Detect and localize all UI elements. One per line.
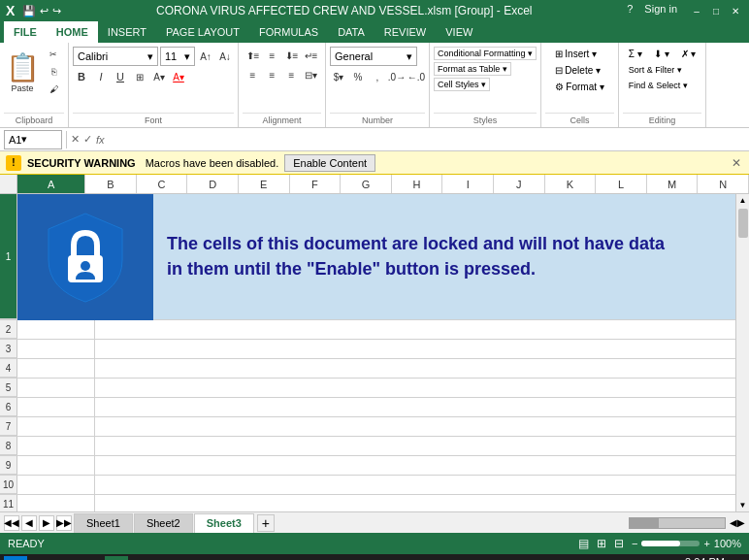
col-header-f[interactable]: F	[290, 175, 342, 193]
col-header-a[interactable]: A	[17, 175, 85, 193]
h-scroll-right[interactable]: ▶	[737, 517, 745, 528]
taskview-icon[interactable]: ⊟	[54, 556, 78, 560]
tab-page-layout[interactable]: PAGE LAYOUT	[156, 21, 249, 43]
view-pagebreak-icon[interactable]: ⊟	[614, 537, 624, 550]
table-row[interactable]: 3	[0, 340, 735, 359]
horizontal-scrollbar[interactable]	[629, 517, 726, 529]
cancel-formula-icon[interactable]: ✕	[71, 133, 80, 146]
view-normal-icon[interactable]: ▤	[578, 537, 589, 550]
zoom-out-button[interactable]: −	[632, 538, 637, 549]
enable-content-button[interactable]: Enable Content	[284, 154, 375, 172]
decrease-decimal-button[interactable]: ←.0	[407, 68, 425, 85]
table-row[interactable]: 6	[0, 398, 735, 417]
cell-styles-button[interactable]: Cell Styles ▾	[434, 78, 490, 91]
table-row[interactable]: 11	[0, 495, 735, 511]
close-button[interactable]: ✕	[728, 3, 743, 18]
currency-button[interactable]: $▾	[330, 68, 347, 85]
font-grow-button[interactable]: A↑	[197, 48, 214, 65]
copy-button[interactable]: ⎘	[43, 64, 64, 80]
italic-button[interactable]: I	[92, 68, 110, 85]
autosum-button[interactable]: Σ ▾	[624, 47, 647, 61]
search-taskbar-icon[interactable]: 🔍	[29, 556, 52, 560]
insert-cells-button[interactable]: ⊞ Insert ▾	[550, 47, 602, 61]
fill-color-button[interactable]: A▾	[150, 68, 168, 85]
clear-button[interactable]: ✗ ▾	[676, 47, 701, 61]
tab-data[interactable]: DATA	[328, 21, 374, 43]
merge-cells-button[interactable]: ⊟▾	[303, 66, 320, 83]
minimize-button[interactable]: –	[689, 3, 704, 18]
find-select-button[interactable]: Find & Select ▾	[624, 79, 693, 92]
align-right-button[interactable]: ≡	[283, 66, 301, 83]
sheet-nav-next[interactable]: ▶	[39, 515, 54, 531]
h-scroll-thumb[interactable]	[630, 518, 659, 528]
bold-button[interactable]: B	[73, 68, 90, 85]
format-as-table-button[interactable]: Format as Table ▾	[434, 62, 511, 76]
cell-reference-box[interactable]: A1 ▾	[4, 130, 62, 149]
tab-home[interactable]: HOME	[47, 21, 98, 43]
number-format-dropdown[interactable]: General ▾	[330, 47, 417, 66]
align-middle-button[interactable]: ≡	[264, 47, 281, 64]
scroll-up-button[interactable]: ▲	[737, 194, 749, 207]
table-row[interactable]: 7	[0, 417, 735, 437]
conditional-formatting-button[interactable]: Conditional Formatting ▾	[434, 47, 537, 60]
table-row[interactable]: 9	[0, 456, 735, 476]
wrap-text-button[interactable]: ↵≡	[303, 47, 320, 64]
zoom-slider[interactable]	[641, 541, 700, 546]
delete-cells-button[interactable]: ⊟ Delete ▾	[550, 63, 605, 78]
table-row[interactable]: 5	[0, 379, 735, 398]
scroll-track[interactable]	[738, 207, 748, 499]
col-header-k[interactable]: K	[545, 175, 597, 193]
format-painter-button[interactable]: 🖌	[43, 82, 64, 97]
col-header-l[interactable]: L	[596, 175, 647, 193]
quick-undo-icon[interactable]: ↩	[40, 5, 49, 17]
col-header-c[interactable]: C	[137, 175, 188, 193]
table-row[interactable]: 4	[0, 359, 735, 379]
sort-filter-button[interactable]: Sort & Filter ▾	[624, 63, 693, 77]
sheet-tab-sheet2[interactable]: Sheet2	[134, 513, 193, 533]
align-bottom-button[interactable]: ⬇≡	[283, 47, 301, 64]
align-top-button[interactable]: ⬆≡	[244, 47, 262, 64]
excel-taskbar-button[interactable]: X	[105, 556, 128, 560]
signin-label[interactable]: Sign in	[644, 3, 677, 18]
row-1[interactable]: 1 The	[0, 194, 735, 320]
cut-button[interactable]: ✂	[43, 47, 64, 62]
underline-button[interactable]: U	[112, 68, 129, 85]
col-header-d[interactable]: D	[187, 175, 239, 193]
col-header-b[interactable]: B	[85, 175, 137, 193]
align-left-button[interactable]: ≡	[244, 66, 262, 83]
h-scroll-left[interactable]: ◀	[730, 517, 737, 528]
percent-button[interactable]: %	[349, 68, 367, 85]
align-center-button[interactable]: ≡	[264, 66, 281, 83]
col-header-h[interactable]: H	[392, 175, 443, 193]
font-name-dropdown[interactable]: Calibri ▾	[73, 47, 158, 66]
zoom-in-button[interactable]: +	[703, 538, 709, 549]
col-header-e[interactable]: E	[239, 175, 290, 193]
file-explorer-icon[interactable]: 📁	[80, 556, 103, 560]
maximize-button[interactable]: □	[708, 3, 724, 18]
font-color-button[interactable]: A▾	[170, 68, 187, 85]
quick-save-icon[interactable]: 💾	[22, 5, 36, 17]
formula-input[interactable]	[109, 130, 745, 149]
sheet-nav-first[interactable]: ◀◀	[4, 515, 19, 531]
font-shrink-button[interactable]: A↓	[216, 48, 234, 65]
help-icon[interactable]: ?	[627, 3, 633, 18]
col-header-i[interactable]: I	[442, 175, 494, 193]
sheet-tab-sheet1[interactable]: Sheet1	[74, 513, 133, 533]
tab-review[interactable]: REVIEW	[374, 21, 436, 43]
comma-button[interactable]: ,	[369, 68, 386, 85]
table-row[interactable]: 10	[0, 476, 735, 495]
sheet-nav-last[interactable]: ▶▶	[56, 515, 72, 531]
table-row[interactable]: 8	[0, 437, 735, 456]
scroll-thumb[interactable]	[738, 209, 748, 238]
scroll-down-button[interactable]: ▼	[737, 499, 749, 511]
enter-formula-icon[interactable]: ✓	[83, 133, 92, 146]
tab-view[interactable]: VIEW	[436, 21, 482, 43]
tab-formulas[interactable]: FORMULAS	[249, 21, 328, 43]
sheet-tab-sheet3[interactable]: Sheet3	[194, 513, 254, 533]
table-row[interactable]: 2	[0, 320, 735, 340]
font-size-dropdown[interactable]: 11 ▾	[160, 47, 195, 66]
start-button[interactable]: ⊞	[4, 556, 27, 560]
tab-insert[interactable]: INSERT	[98, 21, 156, 43]
quick-redo-icon[interactable]: ↪	[52, 5, 61, 17]
fill-button[interactable]: ⬇ ▾	[649, 47, 674, 61]
